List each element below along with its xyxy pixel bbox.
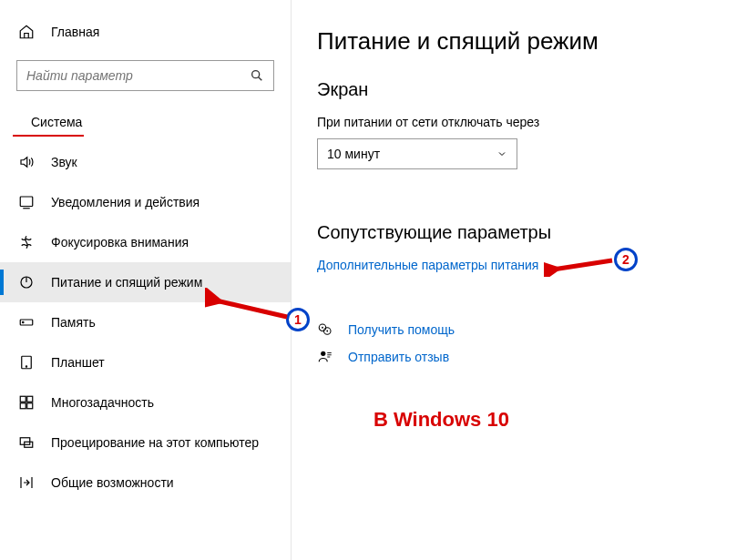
home-icon (18, 24, 35, 40)
nav-label: Память (51, 315, 96, 330)
nav-label: Планшет (51, 355, 105, 370)
main-content: Питание и спящий режим Экран При питании… (292, 0, 747, 560)
feedback-icon (317, 349, 333, 365)
additional-power-link[interactable]: Дополнительные параметры питания (317, 258, 538, 272)
sound-icon (18, 154, 35, 170)
nav-item-multitasking[interactable]: Многозадачность (0, 382, 291, 423)
nav-label: Уведомления и действия (51, 195, 200, 209)
send-feedback-link[interactable]: Отправить отзыв (348, 350, 449, 364)
annotation-badge-1: 1 (286, 308, 310, 331)
svg-point-4 (23, 321, 25, 323)
power-icon (18, 274, 35, 290)
screen-timeout-dropdown[interactable]: 10 минут (317, 138, 517, 169)
tablet-icon (18, 354, 35, 371)
nav-label: Питание и спящий режим (51, 275, 202, 290)
notifications-icon (18, 194, 35, 210)
nav-item-storage[interactable]: Память (0, 302, 291, 342)
screen-section-title: Экран (317, 79, 747, 100)
nav-item-power[interactable]: Питание и спящий режим (0, 262, 291, 302)
svg-point-17 (321, 351, 325, 356)
search-input[interactable] (26, 68, 250, 83)
related-title: Сопутствующие параметры (317, 222, 747, 243)
multitasking-icon (18, 394, 35, 411)
home-nav[interactable]: Главная (0, 16, 291, 47)
chevron-down-icon (496, 148, 507, 159)
svg-point-16 (326, 331, 328, 332)
svg-rect-7 (20, 396, 26, 402)
get-help-link[interactable]: Получить помощь (348, 322, 455, 337)
nav-item-focus[interactable]: Фокусировка внимания (0, 222, 291, 262)
nav-label: Общие возможности (51, 475, 174, 490)
search-icon (250, 68, 264, 83)
projecting-icon (18, 434, 35, 451)
screen-off-label: При питании от сети отключать через (317, 115, 747, 129)
svg-point-6 (26, 366, 26, 367)
shared-icon (18, 474, 35, 491)
svg-rect-1 (20, 197, 33, 207)
settings-sidebar: Главная Система Звук Уведомления и дейст… (0, 0, 292, 560)
help-icon (317, 321, 333, 338)
category-system: Система (13, 106, 84, 137)
nav-item-sound[interactable]: Звук (0, 142, 291, 182)
annotation-windows10: В Windows 10 (374, 408, 509, 432)
home-label: Главная (51, 25, 99, 39)
nav-item-notifications[interactable]: Уведомления и действия (0, 182, 291, 222)
storage-icon (18, 314, 35, 331)
nav-label: Звук (51, 155, 77, 169)
nav-item-tablet[interactable]: Планшет (0, 342, 291, 382)
svg-point-0 (252, 71, 260, 78)
annotation-badge-2: 2 (614, 248, 638, 271)
dropdown-value: 10 минут (327, 147, 380, 161)
nav-list: Звук Уведомления и действия Фокусировка … (0, 142, 291, 503)
svg-rect-10 (27, 403, 33, 409)
nav-item-projecting[interactable]: Проецирование на этот компьютер (0, 423, 291, 463)
nav-label: Фокусировка внимания (51, 235, 189, 249)
svg-rect-8 (27, 396, 33, 402)
focus-icon (18, 234, 35, 250)
nav-label: Проецирование на этот компьютер (51, 435, 259, 450)
svg-rect-11 (20, 438, 30, 445)
page-title: Питание и спящий режим (317, 27, 747, 56)
nav-item-shared[interactable]: Общие возможности (0, 463, 291, 503)
svg-rect-9 (20, 403, 26, 409)
svg-point-15 (322, 327, 323, 329)
nav-label: Многозадачность (51, 395, 154, 410)
search-input-container[interactable] (16, 60, 274, 91)
